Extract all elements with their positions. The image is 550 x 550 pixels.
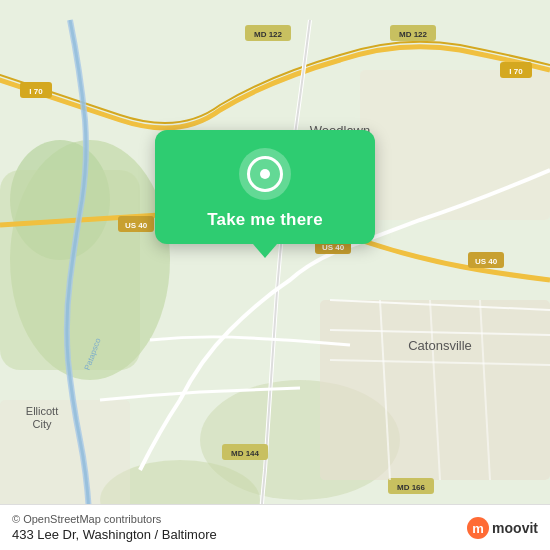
svg-text:MD 144: MD 144 <box>231 449 260 458</box>
svg-text:MD 122: MD 122 <box>399 30 428 39</box>
map-container: I 70 I 70 MD 122 MD 122 US 40 US 40 MD 1… <box>0 0 550 550</box>
bottom-bar: © OpenStreetMap contributors 433 Lee Dr,… <box>0 504 550 550</box>
svg-text:Ellicott: Ellicott <box>26 405 58 417</box>
map-svg: I 70 I 70 MD 122 MD 122 US 40 US 40 MD 1… <box>0 0 550 550</box>
address-text: 433 Lee Dr, Washington / Baltimore <box>12 527 217 542</box>
location-icon-wrap <box>239 148 291 200</box>
svg-text:MD 166: MD 166 <box>397 483 426 492</box>
svg-text:I 70: I 70 <box>509 67 523 76</box>
svg-text:City: City <box>33 418 52 430</box>
take-me-there-button[interactable]: Take me there <box>207 210 323 230</box>
bottom-left: © OpenStreetMap contributors 433 Lee Dr,… <box>12 513 217 542</box>
svg-text:MD 122: MD 122 <box>254 30 283 39</box>
moovit-label: moovit <box>492 520 538 536</box>
svg-text:US 40: US 40 <box>125 221 148 230</box>
popup-card[interactable]: Take me there <box>155 130 375 244</box>
svg-rect-7 <box>360 70 550 220</box>
svg-text:I 70: I 70 <box>29 87 43 96</box>
svg-text:US 40: US 40 <box>475 257 498 266</box>
moovit-logo: m moovit <box>467 517 538 539</box>
svg-text:Catonsville: Catonsville <box>408 338 472 353</box>
svg-text:m: m <box>472 521 484 536</box>
svg-text:US 40: US 40 <box>322 243 345 252</box>
location-icon <box>247 156 283 192</box>
moovit-icon: m <box>467 517 489 539</box>
copyright-text: © OpenStreetMap contributors <box>12 513 217 525</box>
location-dot <box>260 169 270 179</box>
